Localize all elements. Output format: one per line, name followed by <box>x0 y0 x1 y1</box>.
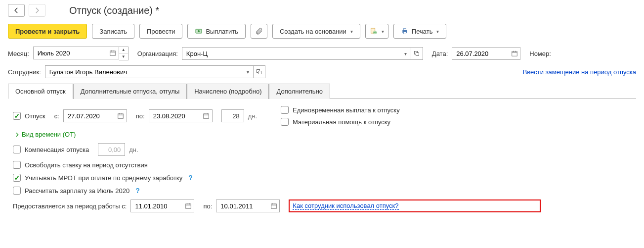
from-label: с: <box>54 112 59 120</box>
calc-salary-checkbox[interactable] <box>13 187 21 195</box>
onetime-payment-checkbox[interactable] <box>281 106 289 114</box>
vacation-usage-link[interactable]: Как сотрудник использовал отпуск? <box>293 202 398 210</box>
date-input[interactable] <box>452 47 509 60</box>
vacation-checkbox[interactable] <box>13 112 21 120</box>
from-date-text[interactable] <box>67 112 112 120</box>
month-input-text[interactable] <box>37 49 104 57</box>
print-button[interactable]: Печать ▾ <box>393 24 447 39</box>
compensation-checkbox[interactable] <box>13 146 21 153</box>
from-date-input[interactable] <box>63 109 115 122</box>
tab-body-main-vacation: Отпуск с: по: дн. Единовремен <box>8 99 636 214</box>
free-rate-label: Освободить ставку на период отсутствия <box>25 161 148 169</box>
page-gear-icon <box>370 27 378 35</box>
tab-extra[interactable]: Дополнительно <box>269 84 330 99</box>
date-input-text[interactable] <box>455 50 506 58</box>
svg-rect-7 <box>110 51 116 55</box>
mrot-checkbox[interactable] <box>13 174 21 182</box>
tab-main-vacation[interactable]: Основной отпуск <box>8 84 73 99</box>
days-text[interactable] <box>225 112 241 120</box>
employee-open-button[interactable] <box>254 65 265 78</box>
print-label: Печать <box>412 28 433 35</box>
svg-rect-11 <box>118 114 124 118</box>
org-field-group: ▾ <box>182 47 423 60</box>
mrot-label: Учитывать МРОТ при оплате по среднему за… <box>25 174 182 182</box>
open-external-icon <box>256 69 262 75</box>
svg-rect-9 <box>512 51 517 56</box>
printer-icon <box>401 27 409 35</box>
chevron-down-icon: ▾ <box>404 51 407 56</box>
tab-additional-vacations[interactable]: Дополнительные отпуска, отгулы <box>73 84 187 99</box>
svg-rect-6 <box>403 32 406 34</box>
period-to-text[interactable] <box>219 202 265 210</box>
calendar-icon <box>117 112 124 119</box>
period-from-calendar-button[interactable] <box>182 199 194 212</box>
calendar-icon <box>203 112 210 119</box>
org-input-text[interactable] <box>185 50 396 58</box>
calendar-icon <box>109 50 116 56</box>
save-button[interactable]: Записать <box>92 24 134 39</box>
compensation-unit: дн. <box>129 146 138 153</box>
nav-forward-button <box>29 4 45 17</box>
extra-menu-button[interactable]: ▾ <box>365 24 388 39</box>
month-input[interactable] <box>33 47 107 59</box>
spinner-up[interactable]: ▲ <box>119 47 128 53</box>
compensation-text[interactable] <box>101 146 122 154</box>
org-input[interactable] <box>182 47 399 60</box>
month-calendar-button[interactable] <box>107 47 119 59</box>
calendar-icon <box>185 202 192 209</box>
create-based-on-button[interactable]: Создать на основании ▾ <box>272 24 360 39</box>
employee-input-text[interactable] <box>48 68 239 76</box>
org-dropdown-button[interactable]: ▾ <box>399 47 411 60</box>
month-spinner[interactable]: ▲ ▼ <box>119 47 129 60</box>
calendar-icon <box>270 202 277 209</box>
org-label: Организация: <box>137 50 178 57</box>
compensation-input[interactable] <box>98 143 125 156</box>
period-from-input[interactable] <box>130 199 182 212</box>
chevron-down-icon: ▾ <box>382 29 384 34</box>
employee-input[interactable] <box>45 65 242 78</box>
date-field-group <box>452 47 520 60</box>
to-date-input[interactable] <box>149 109 201 122</box>
to-date-calendar-button[interactable] <box>201 109 213 122</box>
paperclip-icon <box>255 27 263 35</box>
month-label: Месяц: <box>8 50 29 57</box>
free-rate-checkbox[interactable] <box>13 161 21 169</box>
period-to-input[interactable] <box>216 199 268 212</box>
spinner-down[interactable]: ▼ <box>119 53 128 60</box>
date-calendar-button[interactable] <box>509 47 520 60</box>
arrow-left-icon <box>13 7 20 14</box>
employee-dropdown-button[interactable]: ▾ <box>242 65 254 78</box>
employee-label: Сотрудник: <box>8 68 41 76</box>
open-external-icon <box>414 50 420 56</box>
to-date-group <box>149 109 213 122</box>
svg-rect-12 <box>204 114 209 118</box>
calc-salary-label: Рассчитать зарплату за Июль 2020 <box>25 187 129 195</box>
from-date-calendar-button[interactable] <box>115 109 127 122</box>
period-to-calendar-button[interactable] <box>268 199 280 212</box>
nav-back-button[interactable] <box>8 4 25 17</box>
attach-button[interactable] <box>251 24 267 39</box>
substitution-link[interactable]: Ввести замещение на период отпуска <box>523 68 636 76</box>
to-label: по: <box>136 112 145 120</box>
time-type-link[interactable]: Вид времени (ОТ) <box>15 131 76 138</box>
period-from-group <box>130 199 194 212</box>
tab-accruals[interactable]: Начислено (подробно) <box>187 84 269 99</box>
chevron-right-icon <box>15 132 20 137</box>
to-date-text[interactable] <box>152 112 198 120</box>
period-from-text[interactable] <box>134 202 179 210</box>
calc-salary-help[interactable]: ? <box>135 187 140 195</box>
page-title: Отпуск (создание) * <box>69 5 159 16</box>
mrot-help[interactable]: ? <box>188 174 193 182</box>
pay-label: Выплатить <box>206 28 238 35</box>
days-input[interactable] <box>221 109 244 122</box>
pay-button[interactable]: Выплатить <box>187 24 246 39</box>
create-based-label: Создать на основании <box>280 28 346 35</box>
period-label: Предоставляется за период работы с: <box>13 202 127 210</box>
number-label: Номер: <box>529 50 551 57</box>
org-open-button[interactable] <box>411 47 423 60</box>
chevron-down-icon: ▾ <box>247 69 249 75</box>
compensation-label: Компенсация отпуска <box>25 146 89 153</box>
post-and-close-button[interactable]: Провести и закрыть <box>8 24 87 39</box>
material-help-checkbox[interactable] <box>281 118 289 126</box>
post-button[interactable]: Провести <box>139 24 183 39</box>
